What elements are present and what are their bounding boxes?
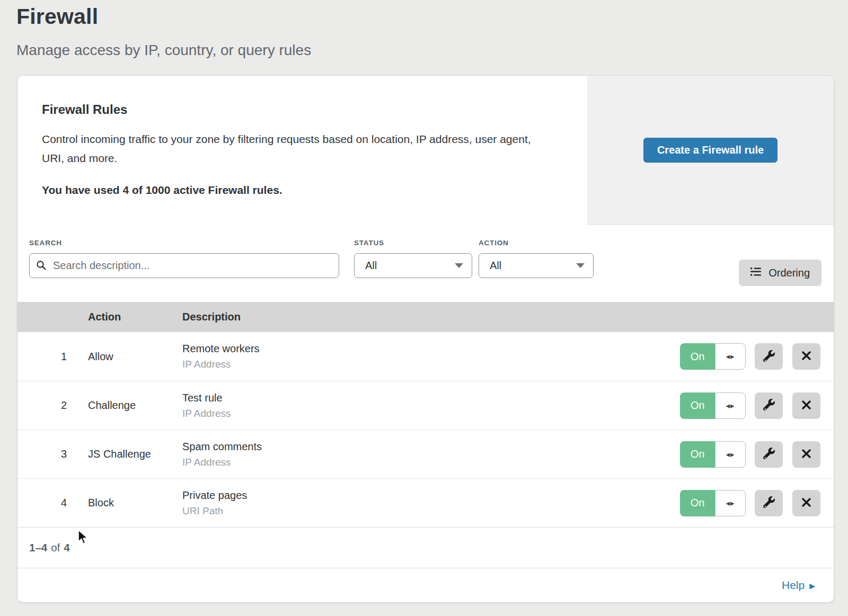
rule-enabled-toggle[interactable]: On ◂▸: [680, 490, 746, 516]
status-select-value: All: [365, 260, 377, 272]
close-icon: [801, 351, 811, 362]
help-link[interactable]: Help ▶: [782, 579, 815, 592]
page-subtitle: Manage access by IP, country, or query r…: [16, 42, 848, 59]
rule-controls: On ◂▸: [680, 441, 834, 468]
create-rule-panel: Create a Firewall rule: [587, 76, 834, 225]
action-column-header: Action: [88, 311, 182, 323]
rule-priority: 1: [17, 351, 88, 363]
rules-info: Firewall Rules Control incoming traffic …: [17, 76, 587, 225]
wrench-icon: [763, 350, 775, 363]
help-link-label: Help: [782, 579, 805, 592]
help-arrow-icon: ▶: [809, 581, 815, 590]
rule-description: Test rule: [182, 392, 680, 404]
rule-priority: 4: [17, 497, 88, 509]
page-header: Firewall Manage access by IP, country, o…: [0, 0, 848, 59]
edit-rule-button[interactable]: [755, 490, 783, 516]
table-row: 4 Block Private pages URI Path On ◂▸: [17, 478, 834, 527]
reorder-handle-icon[interactable]: ◂▸: [715, 343, 746, 370]
close-icon: [801, 449, 811, 460]
search-label: SEARCH: [29, 239, 339, 247]
rule-controls: On ◂▸: [680, 343, 834, 370]
delete-rule-button[interactable]: [792, 343, 820, 370]
toggle-on-segment[interactable]: On: [680, 343, 715, 370]
rule-priority: 2: [17, 399, 88, 412]
rule-description-cell: Spam comments IP Address: [182, 441, 680, 468]
create-firewall-rule-button[interactable]: Create a Firewall rule: [643, 138, 778, 163]
search-box: [29, 253, 339, 278]
close-icon: [801, 400, 811, 412]
rule-match-type: IP Address: [182, 457, 680, 468]
reorder-handle-icon[interactable]: ◂▸: [715, 441, 746, 468]
pagination-row: 1–4 of 4: [17, 527, 834, 568]
rule-enabled-toggle[interactable]: On ◂▸: [680, 343, 746, 370]
page-title: Firewall: [16, 4, 848, 29]
reorder-handle-icon[interactable]: ◂▸: [715, 392, 746, 419]
help-row: Help ▶: [17, 568, 834, 602]
status-label: STATUS: [354, 239, 472, 247]
rule-description: Spam comments: [182, 441, 680, 453]
firewall-rules-card: Firewall Rules Control incoming traffic …: [17, 76, 834, 602]
close-icon: [801, 497, 811, 509]
rule-action: Challenge: [88, 399, 182, 412]
rule-description-cell: Test rule IP Address: [182, 392, 680, 419]
rule-controls: On ◂▸: [680, 490, 834, 516]
table-row: 1 Allow Remote workers IP Address On ◂▸: [17, 332, 834, 381]
chevron-down-icon: [455, 263, 463, 268]
rule-description: Remote workers: [182, 343, 680, 355]
rule-action: Block: [88, 497, 182, 509]
rule-priority: 3: [17, 448, 88, 460]
table-header: Action Description: [17, 302, 834, 332]
edit-rule-button[interactable]: [755, 343, 783, 370]
status-select[interactable]: All: [354, 253, 472, 278]
pagination-separator: of: [51, 541, 60, 554]
ordering-button[interactable]: Ordering: [739, 260, 822, 286]
rule-action: JS Challenge: [88, 448, 182, 460]
rule-match-type: IP Address: [182, 359, 680, 370]
filter-bar: SEARCH STATUS All ACTION All: [17, 225, 834, 302]
delete-rule-button[interactable]: [792, 441, 820, 468]
rules-usage-note: You have used 4 of 1000 active Firewall …: [42, 184, 566, 197]
rule-controls: On ◂▸: [680, 392, 834, 419]
edit-rule-button[interactable]: [755, 441, 783, 468]
wrench-icon: [763, 399, 775, 412]
action-label: ACTION: [479, 239, 594, 247]
delete-rule-button[interactable]: [792, 392, 820, 419]
rule-enabled-toggle[interactable]: On ◂▸: [680, 392, 746, 419]
toggle-on-segment[interactable]: On: [680, 441, 715, 468]
toggle-on-segment[interactable]: On: [680, 490, 715, 516]
rule-match-type: URI Path: [182, 505, 680, 517]
wrench-icon: [763, 448, 775, 461]
rule-description: Private pages: [182, 489, 680, 502]
toggle-on-segment[interactable]: On: [680, 392, 715, 419]
chevron-down-icon: [576, 263, 585, 268]
action-filter: ACTION All: [479, 239, 594, 278]
rule-action: Allow: [88, 351, 182, 363]
reorder-handle-icon[interactable]: ◂▸: [715, 490, 746, 516]
table-row: 3 JS Challenge Spam comments IP Address …: [17, 430, 834, 478]
ordering-list-icon: [750, 267, 762, 279]
table-row: 2 Challenge Test rule IP Address On ◂▸: [17, 381, 834, 430]
rules-overview-section: Firewall Rules Control incoming traffic …: [17, 76, 834, 225]
action-select[interactable]: All: [479, 253, 594, 278]
rules-heading: Firewall Rules: [42, 102, 566, 117]
rule-description-cell: Remote workers IP Address: [182, 343, 680, 370]
search-input[interactable]: [29, 253, 339, 278]
rule-match-type: IP Address: [182, 408, 680, 419]
pagination-total: 4: [64, 541, 69, 554]
edit-rule-button[interactable]: [755, 392, 783, 419]
wrench-icon: [763, 496, 775, 510]
rules-description: Control incoming traffic to your zone by…: [42, 130, 545, 168]
pagination-range: 1–4: [29, 541, 47, 554]
search-filter: SEARCH: [29, 239, 339, 278]
description-column-header: Description: [182, 311, 834, 323]
action-select-value: All: [490, 260, 501, 272]
ordering-button-label: Ordering: [768, 267, 810, 279]
rule-enabled-toggle[interactable]: On ◂▸: [680, 441, 746, 468]
status-filter: STATUS All: [354, 239, 472, 278]
rule-description-cell: Private pages URI Path: [182, 489, 680, 517]
delete-rule-button[interactable]: [792, 490, 820, 516]
search-icon: [36, 260, 47, 273]
